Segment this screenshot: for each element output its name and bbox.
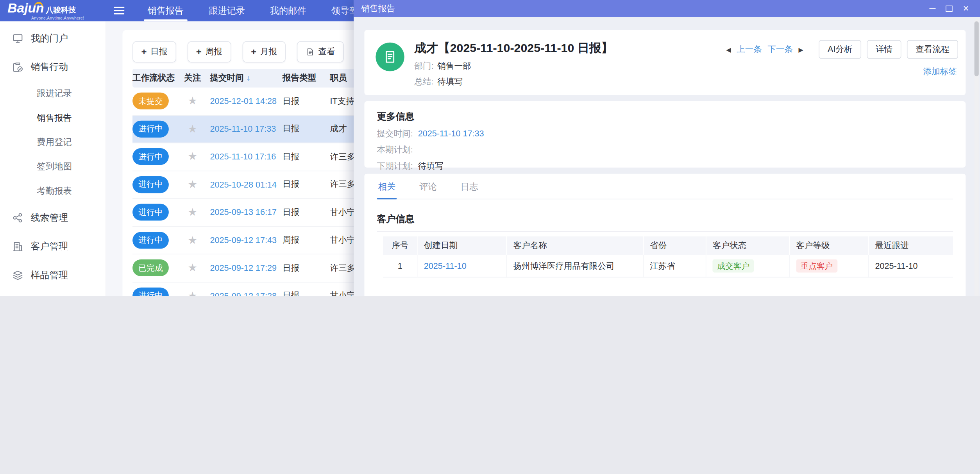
customer-date-link[interactable]: 2025-11-10 bbox=[424, 261, 467, 271]
star-icon[interactable] bbox=[188, 123, 197, 135]
more-info-card: 更多信息 提交时间:2025-11-10 17:33 本期计划: 下期计划:待填… bbox=[365, 101, 966, 168]
status-badge: 未提交 bbox=[132, 93, 169, 109]
detail-button[interactable]: 详情 bbox=[867, 40, 901, 59]
view-button[interactable]: 查看 bbox=[297, 41, 344, 63]
col-customer-level: 客户等级 bbox=[789, 236, 868, 255]
sidebar-subitem-label: 费用登记 bbox=[37, 136, 72, 148]
prev-record-link[interactable]: 上一条 bbox=[737, 44, 762, 55]
cell-last-follow: 2025-11-10 bbox=[869, 255, 953, 277]
star-icon[interactable] bbox=[188, 206, 197, 218]
report-date-link[interactable]: 2025-09-13 16:17 bbox=[205, 207, 283, 217]
customer-section-title: 客户信息 bbox=[377, 213, 953, 225]
button-label: 日报 bbox=[150, 46, 167, 57]
close-icon[interactable] bbox=[962, 4, 970, 13]
current-plan-label: 本期计划: bbox=[377, 145, 413, 154]
sidebar-subitem-attendance[interactable]: 考勤报表 bbox=[0, 179, 106, 203]
tab-comments[interactable]: 评论 bbox=[418, 180, 438, 199]
report-date-link[interactable]: 2025-10-28 01:14 bbox=[205, 180, 283, 189]
next-arrow-icon[interactable] bbox=[798, 46, 803, 53]
key-customer-badge: 重点客户 bbox=[796, 259, 837, 273]
sidebar-subitem-follow-records[interactable]: 跟进记录 bbox=[0, 81, 106, 106]
scrollbar-thumb[interactable] bbox=[975, 21, 979, 76]
add-monthly-report-button[interactable]: 月报 bbox=[242, 41, 286, 63]
logo-tagline: Anyone,Anytime,Anywhere! bbox=[31, 16, 106, 20]
status-badge: 进行中 bbox=[132, 148, 169, 165]
button-label: 查看 bbox=[318, 46, 335, 57]
menu-hamburger-icon[interactable] bbox=[114, 0, 126, 21]
col-create-date: 创建日期 bbox=[417, 236, 507, 255]
tab-logs[interactable]: 日志 bbox=[460, 180, 479, 199]
report-date-link[interactable]: 2025-11-10 17:33 bbox=[205, 124, 283, 134]
status-badge: 进行中 bbox=[132, 120, 169, 137]
sidebar-item-sales-action[interactable]: 销售行动 bbox=[0, 52, 106, 81]
submit-time-link[interactable]: 2025-11-10 17:33 bbox=[418, 129, 484, 138]
col-last-follow: 最近跟进 bbox=[869, 236, 953, 255]
layers-icon bbox=[11, 269, 24, 281]
share-nodes-icon bbox=[11, 211, 24, 224]
add-weekly-report-button[interactable]: 周报 bbox=[187, 41, 231, 63]
sort-desc-icon[interactable] bbox=[246, 73, 250, 82]
sidebar-item-customers[interactable]: 客户管理 bbox=[0, 232, 106, 261]
detail-controls: 上一条 下一条 AI分析 详情 查看流程 bbox=[726, 40, 958, 59]
customer-info-section: 客户信息 序号 创建日期 客户名称 省份 客户状态 客户等级 最近跟进 bbox=[377, 213, 953, 277]
dept-value: 销售一部 bbox=[437, 61, 471, 71]
sidebar-subitem-checkin-map[interactable]: 签到地图 bbox=[0, 154, 106, 179]
status-badge: 进行中 bbox=[132, 176, 169, 193]
sidebar-subitem-sales-report[interactable]: 销售报告 bbox=[0, 106, 106, 130]
add-tag-link[interactable]: 添加标签 bbox=[923, 66, 957, 78]
minimize-icon[interactable] bbox=[928, 4, 936, 13]
sidebar-item-label: 销售行动 bbox=[30, 61, 68, 73]
report-date-link[interactable]: 2025-09-12 17:29 bbox=[205, 263, 283, 273]
prev-arrow-icon[interactable] bbox=[726, 46, 731, 53]
star-icon[interactable] bbox=[188, 95, 197, 107]
detail-scrollbar[interactable] bbox=[975, 20, 979, 296]
plus-icon bbox=[196, 47, 202, 57]
next-record-link[interactable]: 下一条 bbox=[767, 44, 793, 55]
sidebar-subitem-label: 签到地图 bbox=[37, 161, 72, 172]
column-label: 提交时间 bbox=[210, 73, 243, 82]
star-icon[interactable] bbox=[188, 290, 197, 296]
star-icon[interactable] bbox=[188, 262, 197, 274]
summary-value: 待填写 bbox=[437, 77, 463, 86]
sidebar: 我的门户 销售行动 跟进记录 销售报告 费用登记 签到地图 考勤报表 线索管理 … bbox=[0, 21, 106, 296]
report-staff: 成才 bbox=[324, 123, 347, 135]
sidebar-item-leads[interactable]: 线索管理 bbox=[0, 203, 106, 232]
report-date-link[interactable]: 2025-09-12 17:43 bbox=[205, 236, 283, 245]
sidebar-subitem-label: 销售报告 bbox=[37, 112, 72, 123]
tab-related[interactable]: 相关 bbox=[377, 180, 397, 199]
ai-analysis-button[interactable]: AI分析 bbox=[819, 40, 861, 59]
application-window: Bajun 八骏科技 Anyone,Anytime,Anywhere! 销售报告… bbox=[0, 0, 980, 296]
sidebar-subitem-expense[interactable]: 费用登记 bbox=[0, 130, 106, 154]
tab-sales-report[interactable]: 销售报告 bbox=[135, 0, 196, 21]
related-info-card: 相关 评论 日志 客户信息 序号 创建日期 客户名称 省份 bbox=[365, 174, 966, 296]
column-header-time[interactable]: 提交时间 bbox=[205, 73, 283, 84]
report-type: 周报 bbox=[283, 234, 324, 246]
status-badge: 进行中 bbox=[132, 287, 169, 296]
sidebar-item-samples[interactable]: 样品管理 bbox=[0, 261, 106, 290]
report-detail-panel: 销售报告 成才【2025-11-10-2025-11-10 日报】 部门:销售一… bbox=[354, 0, 980, 296]
report-date-link[interactable]: 2025-09-12 17:28 bbox=[205, 291, 283, 296]
report-staff: 许三多 bbox=[324, 179, 356, 190]
report-type: 日报 bbox=[283, 207, 324, 218]
report-type: 日报 bbox=[283, 179, 324, 190]
star-icon[interactable] bbox=[188, 179, 197, 190]
report-date-link[interactable]: 2025-12-01 14:28 bbox=[205, 97, 283, 106]
report-document-icon bbox=[376, 43, 404, 72]
column-header-type: 报告类型 bbox=[283, 73, 324, 84]
sidebar-item-my-portal[interactable]: 我的门户 bbox=[0, 24, 106, 53]
add-daily-report-button[interactable]: 日报 bbox=[132, 41, 176, 63]
column-header-staff: 职员 bbox=[324, 73, 347, 84]
maximize-icon[interactable] bbox=[945, 4, 953, 13]
monitor-icon bbox=[11, 32, 24, 45]
col-customer-status: 客户状态 bbox=[706, 236, 789, 255]
tab-follow-records[interactable]: 跟进记录 bbox=[196, 0, 258, 21]
tab-my-mail[interactable]: 我的邮件 bbox=[258, 0, 319, 21]
star-icon[interactable] bbox=[188, 151, 197, 163]
view-flow-button[interactable]: 查看流程 bbox=[907, 40, 958, 59]
report-staff: 许三多 bbox=[324, 262, 356, 274]
sidebar-item-partners[interactable]: 友商管理 bbox=[0, 290, 106, 296]
report-type: 日报 bbox=[283, 95, 324, 107]
customer-row[interactable]: 1 2025-11-10 扬州博洋医疗用品有限公司 江苏省 成交客户 重点客户 … bbox=[383, 255, 953, 277]
report-date-link[interactable]: 2025-11-10 17:16 bbox=[205, 152, 283, 161]
star-icon[interactable] bbox=[188, 234, 197, 246]
